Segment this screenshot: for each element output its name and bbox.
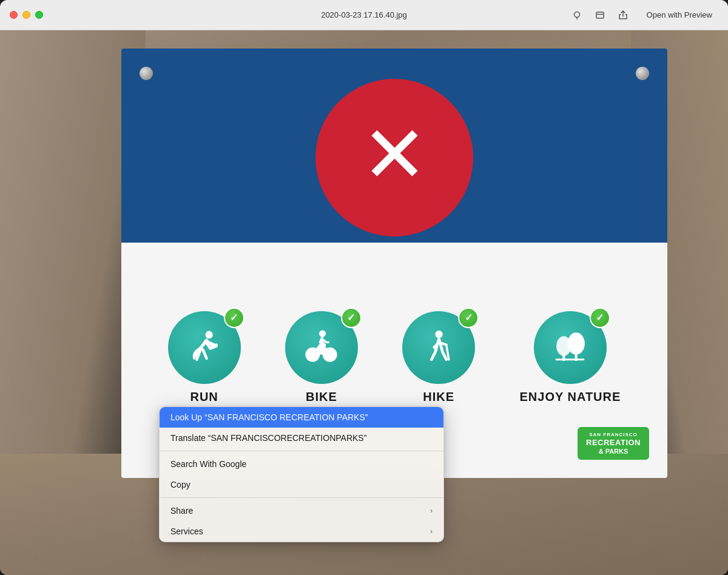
close-button[interactable] [10, 11, 18, 19]
titlebar: 2020-03-23 17.16.40.jpg [0, 0, 728, 30]
minimize-button[interactable] [22, 11, 30, 19]
share-submenu-arrow: › [430, 506, 433, 515]
main-window: 2020-03-23 17.16.40.jpg [0, 0, 728, 575]
open-with-preview-button[interactable]: Open with Preview [641, 8, 718, 22]
badge-line2: RECREATION [586, 438, 641, 447]
context-menu-item-share[interactable]: Share › [160, 500, 443, 521]
svg-point-3 [206, 331, 212, 338]
run-circle: ✓ [168, 311, 241, 384]
share-icon[interactable] [618, 10, 629, 21]
context-menu-item-services[interactable]: Services › [160, 521, 443, 542]
context-menu: Look Up “SAN FRANCISCO RECREATION PARKS”… [159, 406, 444, 542]
run-check-badge: ✓ [224, 308, 244, 328]
bike-label: BIKE [306, 390, 337, 404]
svg-point-12 [568, 332, 585, 355]
hike-check-badge: ✓ [458, 308, 479, 328]
activity-hike: ✓ HIKE [402, 311, 475, 404]
badge-line3: & PARKS [599, 448, 629, 455]
services-submenu-arrow: › [430, 527, 433, 536]
nature-circle: ✓ [534, 311, 607, 384]
sf-rec-parks-badge: SAN FRANCISCO RECREATION & PARKS [578, 427, 649, 460]
context-menu-item-copy[interactable]: Copy [160, 474, 443, 495]
svg-rect-1 [596, 12, 604, 18]
svg-point-0 [574, 12, 579, 17]
location-icon[interactable] [571, 10, 582, 21]
context-menu-item-search-google[interactable]: Search With Google [160, 454, 443, 474]
sign-blue-section: ✕ [121, 49, 667, 243]
rivet-top-right [636, 67, 649, 80]
hike-label: HIKE [423, 390, 454, 404]
titlebar-actions: Open with Preview [571, 8, 718, 22]
context-menu-item-translate[interactable]: Translate “SAN FRANCISCORECREATIONPARKS” [160, 428, 443, 448]
nature-label: ENJOY NATURE [519, 390, 621, 404]
window-icon[interactable] [595, 10, 605, 21]
no-symbol: ✕ [315, 79, 473, 237]
run-label: RUN [190, 390, 218, 404]
svg-point-9 [435, 331, 442, 338]
traffic-lights [10, 11, 43, 19]
nature-check-badge: ✓ [590, 308, 610, 328]
x-mark: ✕ [362, 115, 428, 194]
photo-content: ✕ [0, 30, 728, 575]
hike-circle: ✓ [402, 311, 475, 384]
bike-check-badge: ✓ [341, 308, 362, 328]
rivet-top-left [140, 67, 153, 80]
activity-nature: ✓ ENJOY NATURE [519, 311, 621, 404]
activity-run: ✓ RUN [168, 311, 241, 404]
bike-circle: ✓ [285, 311, 358, 384]
context-menu-separator-1 [160, 451, 443, 451]
badge-line1: SAN FRANCISCO [589, 432, 638, 437]
context-menu-item-lookup[interactable]: Look Up “SAN FRANCISCO RECREATION PARKS” [160, 407, 443, 428]
activity-bike: ✓ BIKE [285, 311, 358, 404]
window-title: 2020-03-23 17.16.40.jpg [321, 10, 407, 19]
context-menu-separator-2 [160, 497, 443, 498]
zoom-button[interactable] [35, 11, 43, 19]
